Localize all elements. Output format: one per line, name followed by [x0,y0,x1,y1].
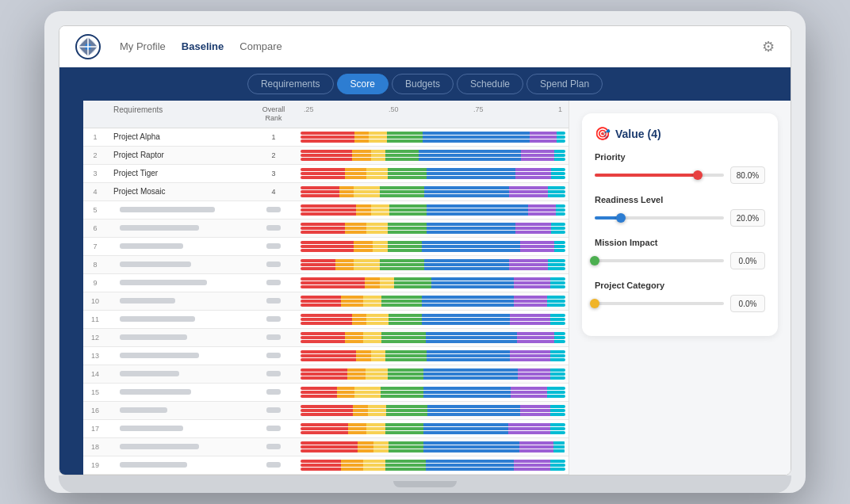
slider-track-0[interactable] [595,174,724,177]
th-rank: Overall Rank [250,105,297,123]
row-bars [297,166,569,181]
row-bars [297,330,569,345]
row-bars [297,440,569,454]
tab-score[interactable]: Score [337,74,389,94]
row-rank-placeholder [250,225,297,231]
row-rank-placeholder [250,389,297,395]
row-num: 18 [83,443,107,451]
slider-value-3: 0.0% [730,295,765,312]
row-num: 13 [83,352,107,360]
row-rank-placeholder [250,262,297,267]
panel-title-text: Value (4) [615,128,661,140]
slider-value-2: 0.0% [730,252,765,269]
nav-links: My Profile Baseline Compare [120,40,762,52]
slider-thumb-3[interactable] [590,299,599,308]
row-name: Project Mosaic [107,187,250,196]
settings-icon[interactable]: ⚙ [762,38,775,55]
table-area: Requirements Overall Rank .25 .50 .75 1 … [83,101,569,475]
table-row: 2 Project Raptor 2 [83,147,569,165]
slider-control-0: 80.0% [595,166,765,184]
slider-thumb-0[interactable] [693,170,703,180]
row-name: Project Tiger [107,169,250,178]
row-name-placeholder [107,334,250,340]
tab-requirements[interactable]: Requirements [247,74,334,94]
right-panel: 🎯 Value (4) Priority 80.0% Readiness Lev… [569,101,791,475]
tab-bar: Requirements Score Budgets Schedule Spen… [59,67,791,101]
panel-title-icon: 🎯 [595,126,611,141]
row-name-placeholder [107,243,250,249]
nav-my-profile[interactable]: My Profile [120,40,166,52]
row-rank: 3 [250,170,297,178]
row-name-placeholder [107,444,250,449]
nav-compare[interactable]: Compare [239,40,281,52]
value-panel-card: 🎯 Value (4) Priority 80.0% Readiness Lev… [582,113,778,336]
row-num: 14 [83,370,107,378]
row-rank-placeholder [250,444,297,449]
slider-thumb-1[interactable] [616,213,626,223]
tab-spend-plan[interactable]: Spend Plan [526,74,603,94]
tab-schedule[interactable]: Schedule [457,74,523,94]
slider-track-1[interactable] [595,216,724,220]
table-row: 10 [83,292,569,311]
panel-title: 🎯 Value (4) [595,126,765,141]
row-name-placeholder [107,353,250,358]
table-row: 11 [83,311,569,329]
slider-track-2[interactable] [595,259,724,262]
row-bars [297,276,569,290]
row-rank-placeholder [250,207,297,212]
nav-baseline[interactable]: Baseline [182,40,224,52]
table-row: 1 Project Alpha 1 [83,128,569,147]
row-bars [297,349,569,363]
row-bars [297,148,569,162]
row-num: 4 [83,188,107,196]
row-rank-placeholder [250,243,297,249]
slider-control-1: 20.0% [595,209,765,227]
row-name-placeholder [107,462,250,468]
table-row: 4 Project Mosaic 4 [83,183,569,201]
row-num: 12 [83,334,107,342]
scale-1: 1 [558,105,562,113]
row-name-placeholder [107,407,250,413]
row-num: 11 [83,315,107,323]
row-rank-placeholder [250,334,297,340]
slider-value-0: 80.0% [730,166,765,184]
table-row: 8 [83,256,569,274]
row-name-placeholder [107,371,250,376]
row-rank-placeholder [250,462,297,468]
row-num: 2 [83,151,107,159]
row-rank-placeholder [250,407,297,413]
row-bars [297,221,569,235]
table-row: 9 [83,274,569,292]
slider-label-3: Project Category [595,281,765,290]
row-rank-placeholder [250,353,297,358]
row-bars [297,458,569,472]
sliders-container: Priority 80.0% Readiness Level 20.0% Mis… [595,152,765,312]
slider-control-2: 0.0% [595,252,765,269]
tab-budgets[interactable]: Budgets [392,74,454,94]
table-row: 5 [83,201,569,220]
row-num: 5 [83,206,107,214]
row-name-placeholder [107,280,250,285]
named-rows: 1 Project Alpha 1 2 Project Raptor 2 3 P… [83,128,569,201]
slider-value-1: 20.0% [730,209,765,227]
row-name-placeholder [107,298,250,304]
row-num: 1 [83,133,107,141]
row-num: 17 [83,425,107,433]
row-num: 16 [83,407,107,414]
table-header: Requirements Overall Rank .25 .50 .75 1 [83,101,569,128]
row-num: 10 [83,297,107,305]
row-rank: 1 [250,133,297,141]
row-bars [297,130,569,144]
row-bars [297,385,569,399]
table-row: 18 [83,438,569,456]
slider-track-3[interactable] [595,302,724,305]
slider-control-3: 0.0% [595,295,765,312]
slider-thumb-2[interactable] [590,256,599,265]
row-bars [297,203,569,217]
row-num: 7 [83,242,107,250]
slider-label-1: Readiness Level [595,195,765,204]
table-row: 13 [83,347,569,365]
row-rank: 4 [250,188,297,196]
row-num: 15 [83,388,107,396]
sidebar-stripe [59,101,83,475]
